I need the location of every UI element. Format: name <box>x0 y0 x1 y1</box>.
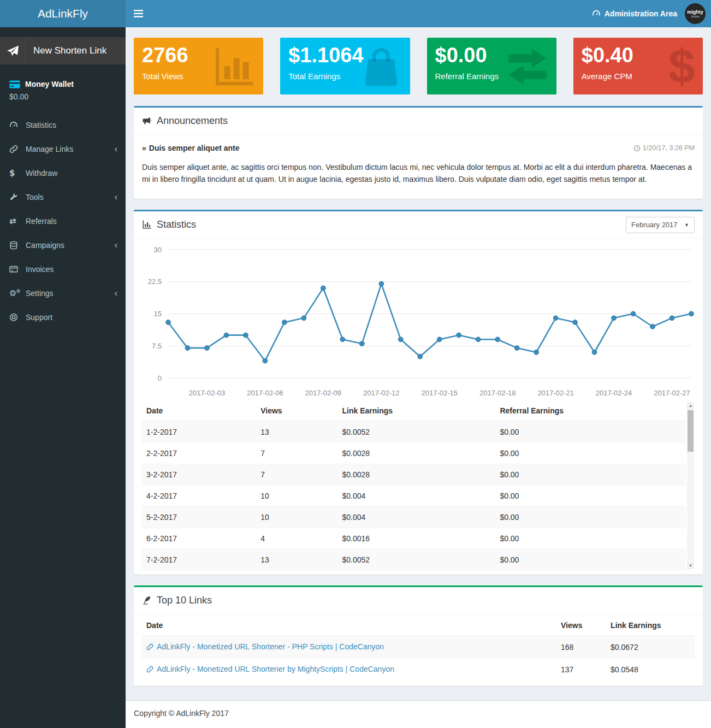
shopping-bag-icon <box>360 45 402 88</box>
top-link-anchor[interactable]: AdLinkFly - Monetized URL Shortener - PH… <box>157 642 384 651</box>
col-header-link-earnings: Link Earnings <box>606 614 695 636</box>
sidebar-item-invoices[interactable]: Invoices <box>0 257 126 281</box>
period-select[interactable]: February 2017 ▼ <box>626 217 695 233</box>
sidebar-toggle-button[interactable] <box>126 0 151 27</box>
tachometer-icon <box>9 121 26 129</box>
svg-text:2017-02-09: 2017-02-09 <box>305 389 342 397</box>
chevron-left-icon: ‹ <box>115 288 117 298</box>
svg-text:22.5: 22.5 <box>148 277 162 286</box>
statistics-chart: 07.51522.5302017-02-032017-02-062017-02-… <box>134 239 703 400</box>
administration-area-label: Administration Area <box>605 9 677 18</box>
announcement-timestamp: 1/20/17, 3:26 PM <box>633 144 695 152</box>
statistics-line-chart: 07.51522.5302017-02-032017-02-062017-02-… <box>142 241 695 400</box>
money-wallet-label: Money Wallet <box>25 80 74 88</box>
stats-table-row: 2-2-20177$0.0028$0.00 <box>142 442 686 464</box>
scrollbar-thumb[interactable] <box>688 410 694 452</box>
col-header-date: Date <box>142 400 256 421</box>
statistics-panel: Statistics February 2017 ▼ 07.51522.5302… <box>134 210 703 575</box>
life-ring-icon <box>9 313 26 322</box>
administration-area-link[interactable]: Administration Area <box>592 9 677 18</box>
sidebar-item-referrals[interactable]: ⇄Referrals <box>0 209 126 233</box>
top-links-title: Top 10 Links <box>157 595 212 606</box>
navbar-right: Administration Area mighty Scripts <box>592 0 706 27</box>
link-icon <box>9 145 26 153</box>
sidebar-item-label: Support <box>26 313 52 322</box>
announcement-body: Duis semper aliquet ante, ac sagittis or… <box>142 161 695 186</box>
hamburger-icon <box>134 10 143 17</box>
sidebar-item-label: Campaigns <box>26 241 64 250</box>
exchange-icon <box>506 45 549 88</box>
stats-table-row: 7-2-201713$0.0052$0.00 <box>142 549 686 570</box>
sidebar-item-settings[interactable]: ⚙⚙Settings‹ <box>0 281 126 305</box>
chevron-left-icon: ‹ <box>115 144 117 154</box>
statistics-table: Date Views Link Earnings Referral Earnin… <box>142 400 686 570</box>
stat-card-2: $0.00Referral Earnings <box>427 38 556 94</box>
scroll-up-arrow-icon[interactable]: ▲ <box>687 402 694 409</box>
gauge-icon <box>592 9 601 18</box>
chevron-left-icon: ‹ <box>115 240 117 250</box>
sidebar: New Shorten Link Money Wallet $0.00 Stat… <box>0 27 126 728</box>
col-header-date: Date <box>142 614 556 636</box>
sidebar-item-campaigns[interactable]: Campaigns‹ <box>0 233 126 257</box>
gears-icon: ⚙⚙ <box>9 288 26 298</box>
svg-text:2017-02-27: 2017-02-27 <box>654 389 690 397</box>
stat-card-0: 2766Total Views <box>134 38 263 94</box>
main-header: AdLinkFly Administration Area mighty Scr… <box>0 0 711 27</box>
dollar-icon: $ <box>9 168 26 178</box>
dollar-sign-icon: $ <box>653 45 695 88</box>
sidebar-item-label: Settings <box>26 289 54 298</box>
stats-table-row: 3-2-20177$0.0028$0.00 <box>142 464 686 485</box>
sidebar-item-label: Withdraw <box>26 169 57 177</box>
user-avatar[interactable]: mighty Scripts <box>685 3 706 24</box>
stats-table-row: 5-2-201710$0.004$0.00 <box>142 506 686 528</box>
col-header-referral-earnings: Referral Earnings <box>495 400 686 421</box>
sidebar-item-label: Invoices <box>26 265 54 274</box>
sidebar-item-statistics[interactable]: Statistics <box>0 113 126 137</box>
sidebar-item-label: Tools <box>26 193 44 202</box>
top-link-anchor[interactable]: AdLinkFly - Monetized URL Shortener by M… <box>157 665 394 673</box>
top-links-panel: Top 10 Links Date Views Link Earnings Ad… <box>134 585 703 686</box>
svg-text:15: 15 <box>154 310 162 318</box>
new-shorten-link-button[interactable]: New Shorten Link <box>0 37 126 64</box>
stat-card-1: $1.1064Total Earnings <box>280 38 410 94</box>
sidebar-item-withdraw[interactable]: $Withdraw <box>0 161 126 185</box>
paper-plane-icon <box>0 37 25 64</box>
stat-cards: 2766Total Views$1.1064Total Earnings$0.0… <box>134 38 703 94</box>
stats-table-row: 6-2-20174$0.0016$0.00 <box>142 528 686 549</box>
stats-table-row: 1-2-201713$0.0052$0.00 <box>142 421 686 443</box>
bar-chart-icon <box>213 45 256 88</box>
credit-card-outline-icon <box>9 265 26 274</box>
sidebar-item-manage-links[interactable]: Manage Links‹ <box>0 137 126 161</box>
sidebar-item-support[interactable]: Support <box>0 305 126 329</box>
chevron-left-icon: ‹ <box>115 192 117 202</box>
money-wallet: Money Wallet $0.00 <box>0 64 126 101</box>
statistics-title: Statistics <box>157 219 196 230</box>
sidebar-item-label: Manage Links <box>26 145 73 153</box>
svg-text:2017-02-12: 2017-02-12 <box>363 389 400 397</box>
svg-text:2017-02-21: 2017-02-21 <box>537 389 574 397</box>
exchange-sm-icon: ⇄ <box>9 216 26 226</box>
statistics-header: Statistics February 2017 ▼ <box>134 211 703 239</box>
period-select-value: February 2017 <box>631 221 678 229</box>
new-shorten-link-label: New Shorten Link <box>25 37 106 64</box>
svg-text:7.5: 7.5 <box>152 342 162 350</box>
sidebar-item-tools[interactable]: Tools‹ <box>0 185 126 209</box>
megaphone-icon <box>142 116 152 126</box>
content: Dashboard Dashboard > Dashboard 2766Tota… <box>126 0 711 686</box>
announcements-panel: Announcements »Duis semper aliquet ante … <box>134 106 703 199</box>
scroll-down-arrow-icon[interactable]: ▼ <box>687 562 694 569</box>
link-icon <box>146 666 153 674</box>
announcements-title: Announcements <box>157 115 228 127</box>
svg-text:2017-02-15: 2017-02-15 <box>421 389 458 397</box>
footer: Copyright © AdLinkFly 2017 <box>126 700 711 728</box>
table-scrollbar[interactable]: ▲ ▼ <box>687 402 694 569</box>
brand-logo[interactable]: AdLinkFly <box>0 0 126 27</box>
svg-text:0: 0 <box>158 374 162 382</box>
sidebar-item-label: Statistics <box>26 121 56 129</box>
top-link-row: AdLinkFly - Monetized URL Shortener by M… <box>142 658 695 680</box>
col-header-views: Views <box>556 614 606 636</box>
col-header-views: Views <box>256 400 337 421</box>
database-icon <box>9 241 26 250</box>
announcement-item: »Duis semper aliquet ante 1/20/17, 3:26 … <box>134 135 703 199</box>
feather-icon <box>142 595 152 605</box>
